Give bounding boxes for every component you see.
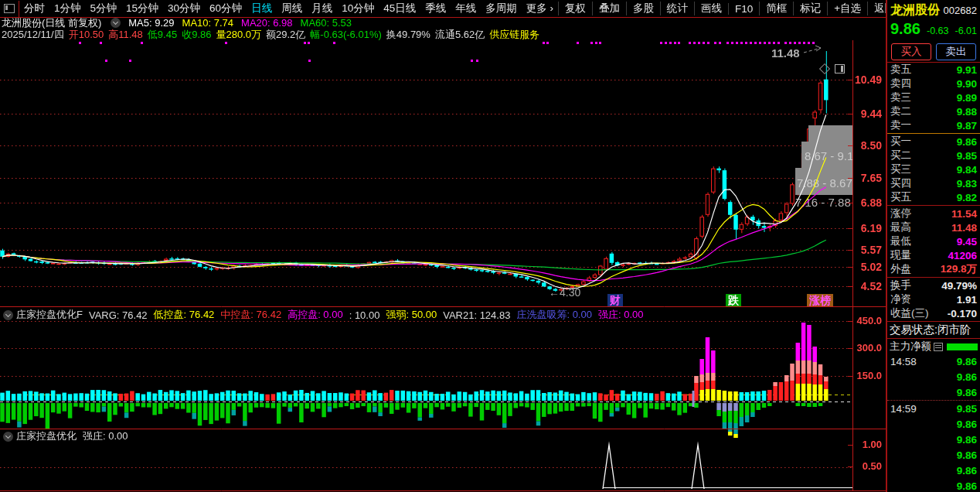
main-chart-canvas[interactable] <box>0 0 886 492</box>
ask-row-4-label: 卖一 <box>890 118 911 132</box>
indicator1-field-0: VARG: 76.42 <box>89 309 148 321</box>
list-icon[interactable] <box>934 343 943 351</box>
toolbar: 复权叠加多股统计画线F10简框标记+自选返回 <box>558 2 901 15</box>
stat2-row-0: 换手49.79% <box>887 278 980 292</box>
buy-button[interactable]: 买入 <box>891 43 931 60</box>
indicator1-field-7: 庄洗盘吸筹: 0.00 <box>516 308 592 322</box>
ask-row-1-price: 9.90 <box>957 78 977 90</box>
stat1-row-0: 涨停11.54 <box>887 207 980 220</box>
stat1-row-2-value: 9.45 <box>957 236 977 248</box>
period-tab-4[interactable]: 30分钟 <box>163 2 205 15</box>
stat1-row-1-label: 最高 <box>890 220 911 234</box>
tick-row-3: 14:599.85 <box>887 400 980 416</box>
stat1-row-3-label: 现量 <box>890 248 911 262</box>
ask-row-0[interactable]: 卖五9.91 <box>887 63 980 77</box>
period-tab-9[interactable]: 10分钟 <box>337 2 379 15</box>
period-tab-3[interactable]: 15分钟 <box>121 2 163 15</box>
tool-item-6[interactable]: 简框 <box>759 2 793 15</box>
tool-item-3[interactable]: 统计 <box>660 2 694 15</box>
bid-row-3-label: 买四 <box>890 176 911 190</box>
bid-row-0-label: 买一 <box>890 135 911 149</box>
ask-row-4[interactable]: 卖一9.87 <box>887 118 980 132</box>
tool-item-4[interactable]: 画线 <box>694 2 728 15</box>
period-tab-14[interactable]: 更多 › <box>522 2 558 15</box>
tick-row-7: 9.86 <box>887 463 980 478</box>
bid-row-3[interactable]: 买四9.83 <box>887 176 980 190</box>
day-field-4: 收9.86 <box>182 28 211 42</box>
indicator1-field-1: 低控盘: 76.42 <box>154 308 215 322</box>
diamond-icon[interactable] <box>819 63 830 74</box>
indicator1-header: 庄家控盘优化F VARG: 76.42低控盘: 76.42中控盘: 76.42高… <box>2 309 649 321</box>
window-icon <box>4 4 15 13</box>
window-toggle-button[interactable] <box>0 1 19 17</box>
indicator2-chevron-icon[interactable] <box>3 432 13 442</box>
period-tab-8[interactable]: 月线 <box>307 2 337 15</box>
stat1-row-4-label: 外盘 <box>890 262 911 276</box>
ask-row-3[interactable]: 卖二9.88 <box>887 104 980 118</box>
tick-price-7: 9.86 <box>957 465 977 477</box>
tool-item-8[interactable]: +自选 <box>827 2 867 15</box>
period-tab-6[interactable]: 日线 <box>247 2 277 15</box>
indicator1-name: 庄家控盘优化F <box>16 308 83 322</box>
indicator2-header: 庄家控盘优化 强庄: 0.00 <box>2 430 134 442</box>
panel-layout-icon[interactable] <box>835 64 845 73</box>
collapse-chevron-icon[interactable] <box>111 18 121 28</box>
ladder-divider <box>887 133 980 134</box>
period-tab-1[interactable]: 1分钟 <box>49 2 86 15</box>
period-tab-11[interactable]: 季线 <box>420 2 451 15</box>
tick-row-8: 9.86 <box>887 478 980 492</box>
ask-row-1[interactable]: 卖四9.90 <box>887 77 980 91</box>
indicator1-field-5: 强弱: 50.00 <box>386 308 437 322</box>
period-tab-7[interactable]: 周线 <box>277 2 307 15</box>
tick-price-3: 9.85 <box>957 403 977 415</box>
bid-row-0[interactable]: 买一9.86 <box>887 135 980 149</box>
day-field-1: 开10.50 <box>69 28 104 42</box>
sell-button[interactable]: 卖出 <box>936 43 976 60</box>
price-change-pct: -6.01 <box>955 26 978 36</box>
tool-item-1[interactable]: 叠加 <box>592 2 626 15</box>
tick-price-1: 9.86 <box>957 371 977 383</box>
tick-price-5: 9.86 <box>957 434 977 446</box>
stat1-row-0-value: 11.54 <box>951 208 977 220</box>
day-field-5: 量280.0万 <box>216 28 261 42</box>
current-price: 9.86 <box>890 20 920 38</box>
ask-row-2[interactable]: 卖三9.89 <box>887 91 980 104</box>
trade-status: 交易状态:闭市阶 <box>887 323 980 337</box>
period-tabs: 分时1分钟5分钟15分钟30分钟60分钟日线周线月线10分钟45日线季线年线多周… <box>19 2 558 15</box>
bid-row-0-price: 9.86 <box>957 136 977 148</box>
bid-row-1[interactable]: 买二9.85 <box>887 149 980 162</box>
bid-row-3-price: 9.83 <box>957 178 977 190</box>
tool-item-7[interactable]: 标记 <box>793 2 827 15</box>
stat2-row-2: 收益(三)-0.170 <box>887 306 980 320</box>
ask-row-4-price: 9.87 <box>957 120 977 132</box>
tick-row-1: 9.86 <box>887 369 980 384</box>
tool-item-5[interactable]: F10 <box>728 3 759 15</box>
bid-row-1-price: 9.85 <box>957 150 977 162</box>
ask-row-2-price: 9.89 <box>957 92 977 104</box>
tick-price-2: 9.86 <box>957 387 977 398</box>
trading-terminal: 分时1分钟5分钟15分钟30分钟60分钟日线周线月线10分钟45日线季线年线多周… <box>0 0 980 492</box>
period-tab-10[interactable]: 45日线 <box>379 2 420 15</box>
period-tab-5[interactable]: 60分钟 <box>205 2 247 15</box>
bid-row-2-label: 买三 <box>890 162 911 176</box>
period-tab-0[interactable]: 分时 <box>19 2 49 15</box>
period-tab-13[interactable]: 多周期 <box>481 2 522 15</box>
tick-row-2: 9.86 <box>887 384 980 400</box>
ask-row-0-label: 卖五 <box>890 63 911 77</box>
main-flow-green-bar <box>947 343 978 350</box>
stat2-row-2-value: -0.170 <box>948 308 977 319</box>
stat1-row-3: 现量41206 <box>887 248 980 262</box>
stat1-row-1-value: 11.48 <box>951 222 977 234</box>
bid-row-4[interactable]: 买五9.82 <box>887 190 980 204</box>
tool-item-2[interactable]: 多股 <box>626 2 660 15</box>
indicator1-field-2: 中控盘: 76.42 <box>220 308 281 322</box>
period-tab-2[interactable]: 5分钟 <box>86 2 122 15</box>
stat1-row-3-value: 41206 <box>948 250 977 261</box>
indicator1-chevron-icon[interactable] <box>3 310 13 320</box>
tool-item-0[interactable]: 复权 <box>558 2 592 15</box>
tick-row-0: 14:589.86 <box>887 354 980 369</box>
period-tab-12[interactable]: 年线 <box>451 2 481 15</box>
ask-row-3-price: 9.88 <box>957 106 977 118</box>
bid-row-2[interactable]: 买三9.84 <box>887 162 980 176</box>
bid-ladder: 买一9.86买二9.85买三9.84买四9.83买五9.82 <box>887 135 980 204</box>
